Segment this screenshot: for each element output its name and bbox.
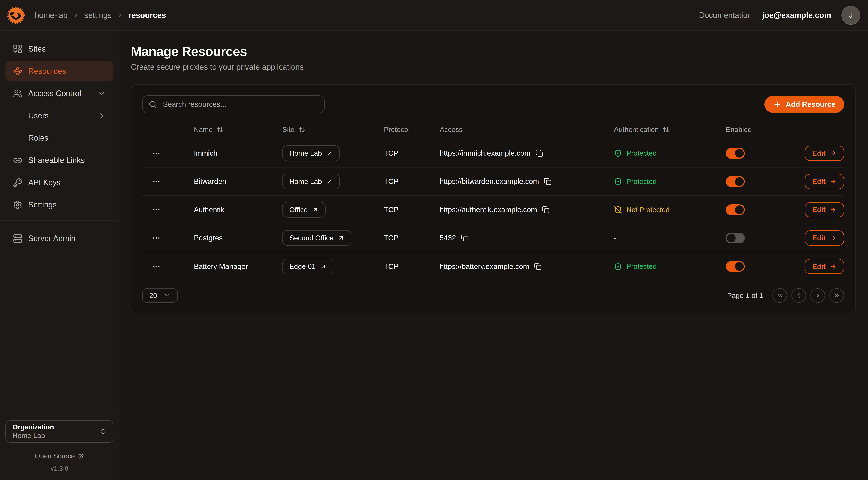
edit-button[interactable]: Edit — [805, 231, 844, 246]
external-link-icon — [78, 453, 84, 459]
resource-protocol: TCP — [384, 177, 440, 186]
sidebar-item-api-keys[interactable]: API Keys — [5, 172, 114, 193]
site-link[interactable]: Edge 01 — [282, 259, 334, 274]
avatar[interactable]: J — [841, 6, 860, 25]
sidebar-item-label: Sites — [28, 44, 46, 53]
resource-protocol: TCP — [384, 234, 440, 242]
chevron-down-icon — [163, 292, 170, 299]
last-page-button[interactable] — [830, 288, 844, 303]
add-resource-button[interactable]: Add Resource — [765, 96, 844, 113]
first-page-button[interactable] — [772, 288, 787, 303]
enabled-toggle[interactable] — [726, 148, 745, 159]
edit-button[interactable]: Edit — [805, 146, 844, 161]
sidebar-item-server-admin[interactable]: Server Admin — [5, 228, 114, 249]
row-menu-button[interactable] — [151, 233, 162, 243]
resource-name: Postgres — [194, 234, 282, 242]
sidebar-item-access-control[interactable]: Access Control — [5, 83, 114, 104]
prev-page-button[interactable] — [792, 288, 806, 303]
arrow-up-right-icon — [326, 150, 333, 156]
edit-button[interactable]: Edit — [805, 259, 844, 274]
enabled-toggle[interactable] — [726, 233, 745, 243]
resources-card: Add Resource Name Site Protocol — [131, 84, 856, 314]
arrow-up-right-icon — [312, 207, 318, 213]
row-menu-button[interactable] — [151, 261, 162, 272]
header-site[interactable]: Site — [282, 126, 384, 133]
sidebar-item-roles[interactable]: Roles — [5, 128, 114, 148]
toggle-knob — [727, 234, 736, 242]
sidebar-item-label: Settings — [28, 200, 57, 209]
breadcrumb-settings[interactable]: settings — [84, 11, 112, 20]
avatar-initial: J — [849, 11, 853, 19]
row-menu-button[interactable] — [151, 176, 162, 187]
ellipsis-icon — [152, 262, 161, 271]
sidebar-item-resources[interactable]: Resources — [5, 61, 114, 82]
resources-toolbar: Add Resource — [142, 95, 844, 113]
copy-button[interactable] — [534, 263, 541, 270]
toggle-knob — [735, 205, 744, 214]
breadcrumb: home-lab settings resources — [35, 11, 166, 20]
pangolin-logo[interactable] — [6, 6, 26, 25]
table-row: Bitwarden Home Lab TCP https://bitwarden… — [142, 168, 844, 196]
sort-icon — [298, 126, 305, 133]
arrow-right-icon — [830, 178, 837, 185]
page-size-select[interactable]: 20 — [142, 288, 178, 303]
users-icon — [13, 89, 22, 98]
open-source-link[interactable]: Open Source — [5, 452, 114, 460]
site-link[interactable]: Second Office — [282, 230, 351, 246]
header-name[interactable]: Name — [194, 126, 282, 133]
toggle-knob — [735, 149, 744, 158]
ellipsis-icon — [152, 149, 161, 158]
search-icon — [149, 100, 157, 109]
chevron-left-icon — [795, 292, 802, 299]
sidebar-item-shareable-links[interactable]: Shareable Links — [5, 150, 114, 171]
search-input[interactable] — [162, 99, 318, 109]
plus-icon — [773, 100, 781, 109]
site-link[interactable]: Office — [282, 202, 326, 217]
sidebar-item-label: Resources — [28, 67, 66, 76]
sidebar-item-label: Shareable Links — [28, 156, 85, 165]
arrow-right-icon — [830, 206, 837, 213]
header-protocol: Protocol — [384, 126, 440, 133]
organization-selector[interactable]: Organization Home Lab — [5, 420, 114, 443]
header-authentication[interactable]: Authentication — [614, 126, 726, 133]
page-info: Page 1 of 1 — [727, 292, 764, 300]
organization-value: Home Lab — [12, 431, 54, 440]
waypoints-icon — [13, 67, 22, 76]
sidebar: Sites Resources Access Control Users Rol… — [0, 31, 119, 480]
documentation-link[interactable]: Documentation — [699, 11, 752, 20]
resource-access: https://bitwarden.example.com — [440, 177, 614, 186]
resource-access: https://authentik.example.com — [440, 205, 614, 214]
row-menu-button[interactable] — [151, 148, 162, 159]
copy-button[interactable] — [542, 206, 550, 214]
resource-protocol: TCP — [384, 149, 440, 157]
site-link[interactable]: Home Lab — [282, 145, 340, 161]
chevron-down-icon — [98, 89, 106, 97]
sort-icon — [662, 126, 670, 133]
enabled-toggle[interactable] — [726, 261, 745, 272]
site-link[interactable]: Home Lab — [282, 174, 340, 189]
enabled-toggle[interactable] — [726, 176, 745, 187]
chevrons-right-icon — [833, 292, 840, 299]
sidebar-item-settings[interactable]: Settings — [5, 194, 114, 215]
header-enabled: Enabled — [726, 126, 801, 133]
copy-button[interactable] — [544, 178, 552, 185]
chevrons-left-icon — [776, 292, 783, 299]
shield-check-icon — [614, 177, 622, 185]
organization-text: Organization Home Lab — [12, 423, 54, 440]
topbar: home-lab settings resources Documentatio… — [0, 0, 868, 31]
chevron-right-icon — [814, 292, 821, 299]
copy-button[interactable] — [535, 150, 543, 157]
shield-check-icon — [614, 149, 622, 157]
copy-button[interactable] — [461, 234, 468, 242]
breadcrumb-org[interactable]: home-lab — [35, 11, 67, 20]
sidebar-item-sites[interactable]: Sites — [5, 38, 114, 59]
enabled-toggle[interactable] — [726, 204, 745, 215]
copy-icon — [534, 263, 541, 270]
next-page-button[interactable] — [810, 288, 825, 303]
edit-button[interactable]: Edit — [805, 202, 844, 217]
resource-name: Battery Manager — [194, 262, 282, 271]
sidebar-item-users[interactable]: Users — [5, 106, 114, 126]
ellipsis-icon — [152, 205, 161, 214]
edit-button[interactable]: Edit — [805, 174, 844, 189]
row-menu-button[interactable] — [151, 204, 162, 215]
